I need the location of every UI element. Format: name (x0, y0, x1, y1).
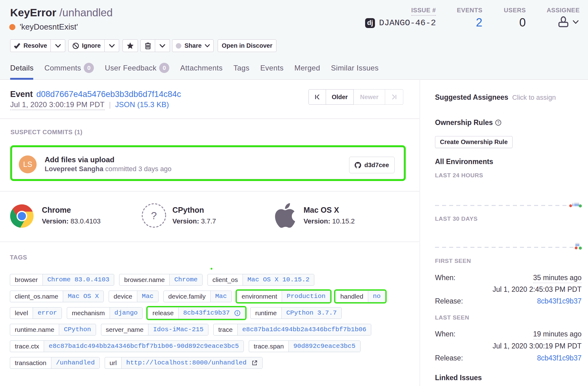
svg-text:?: ? (497, 121, 499, 125)
svg-text:?: ? (151, 210, 157, 221)
